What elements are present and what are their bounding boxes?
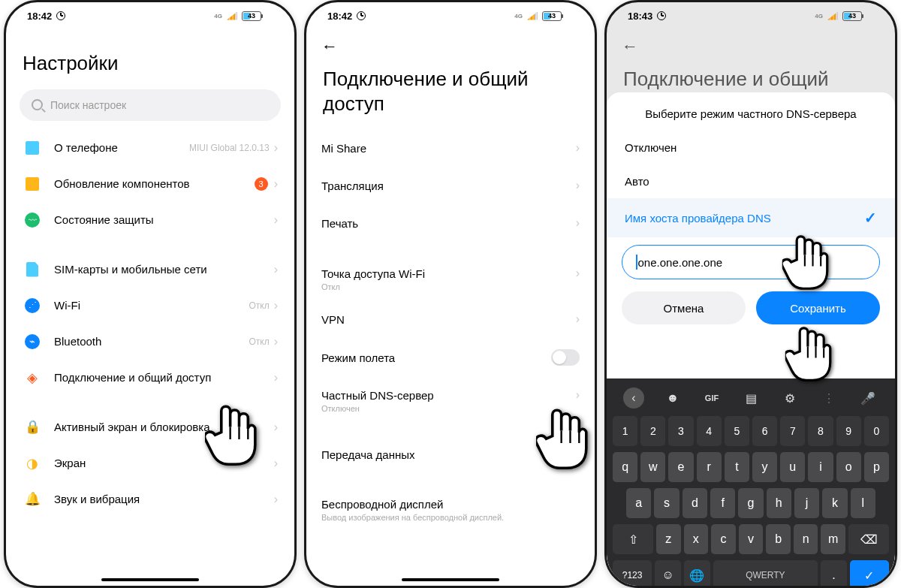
key-k[interactable]: k xyxy=(822,488,847,518)
phone-icon xyxy=(26,141,39,155)
back-button[interactable]: ← xyxy=(306,25,595,56)
key-1[interactable]: 1 xyxy=(613,416,637,446)
key-m[interactable]: m xyxy=(821,524,845,554)
period-key[interactable]: . xyxy=(821,560,847,588)
symbols-key[interactable]: ?123 xyxy=(613,560,652,588)
row-wifi[interactable]: ⋰ Wi-Fi Откл › xyxy=(11,288,290,324)
chevron-right-icon: › xyxy=(274,213,278,227)
sound-icon: 🔔 xyxy=(23,491,42,508)
row-data-usage[interactable]: Передача данных › xyxy=(306,436,595,473)
space-key[interactable]: QWERTY xyxy=(713,560,818,588)
chevron-right-icon: › xyxy=(576,216,580,230)
key-2[interactable]: 2 xyxy=(640,416,665,446)
row-airplane[interactable]: Режим полета xyxy=(306,338,595,377)
key-z[interactable]: z xyxy=(656,524,681,554)
row-sound[interactable]: 🔔 Звук и вибрация › xyxy=(11,481,290,517)
key-7[interactable]: 7 xyxy=(780,416,805,446)
settings-icon[interactable]: ⚙ xyxy=(779,387,800,409)
cancel-button[interactable]: Отмена xyxy=(622,291,746,324)
back-button[interactable]: ← xyxy=(607,25,895,56)
key-u[interactable]: u xyxy=(780,452,805,482)
row-sim[interactable]: SIM-карты и мобильные сети › xyxy=(11,252,290,288)
key-j[interactable]: j xyxy=(794,488,819,518)
network-icon: 4G xyxy=(514,13,523,20)
toggle[interactable] xyxy=(551,349,580,366)
gif-button[interactable]: GIF xyxy=(701,387,722,409)
enter-key[interactable]: ✓ xyxy=(850,560,889,588)
badge: 3 xyxy=(255,177,268,191)
key-5[interactable]: 5 xyxy=(725,416,749,446)
row-bluetooth[interactable]: ⌁ Bluetooth Откл › xyxy=(11,324,290,360)
key-y[interactable]: y xyxy=(752,452,777,482)
row-updates[interactable]: Обновление компонентов 3 › xyxy=(11,166,290,202)
key-v[interactable]: v xyxy=(739,524,764,554)
option-hostname[interactable]: Имя хоста провайдера DNS ✓ xyxy=(607,198,895,237)
key-c[interactable]: c xyxy=(711,524,736,554)
keyboard-toolbar: ‹ ☻ GIF ▤ ⚙ ⋮ 🎤 xyxy=(610,383,892,413)
key-r[interactable]: r xyxy=(697,452,722,482)
lang-key[interactable]: 🌐 xyxy=(684,560,710,588)
key-o[interactable]: o xyxy=(836,452,861,482)
chevron-right-icon: › xyxy=(576,267,580,280)
row-wireless-display[interactable]: Беспроводной дисплей Вывод изображения н… xyxy=(306,487,595,533)
chevron-right-icon: › xyxy=(274,493,278,506)
home-indicator[interactable] xyxy=(101,578,199,581)
key-t[interactable]: t xyxy=(725,452,749,482)
status-bar: 18:43 4G 43 xyxy=(607,2,895,25)
option-auto[interactable]: Авто xyxy=(607,164,895,198)
key-h[interactable]: h xyxy=(767,488,791,518)
row-mishare[interactable]: Mi Share › xyxy=(306,129,595,167)
network-icon: 4G xyxy=(214,13,222,20)
key-6[interactable]: 6 xyxy=(752,416,777,446)
dns-hostname-input[interactable]: one.one.one.one xyxy=(622,245,880,279)
key-g[interactable]: g xyxy=(738,488,763,518)
backspace-key[interactable]: ⌫ xyxy=(848,524,889,554)
key-d[interactable]: d xyxy=(683,488,707,518)
row-cast[interactable]: Трансляция › xyxy=(306,167,595,204)
key-l[interactable]: l xyxy=(851,488,875,518)
battery-pct: 43 xyxy=(848,12,856,20)
collapse-icon[interactable]: ‹ xyxy=(623,387,644,409)
key-p[interactable]: p xyxy=(864,452,889,482)
key-q[interactable]: q xyxy=(613,452,637,482)
key-b[interactable]: b xyxy=(766,524,791,554)
sticker-icon[interactable]: ☻ xyxy=(662,387,683,409)
key-e[interactable]: e xyxy=(668,452,693,482)
row-connection-sharing[interactable]: ◈ Подключение и общий доступ › xyxy=(11,360,290,396)
alarm-icon xyxy=(56,11,65,20)
row-print[interactable]: Печать › xyxy=(306,204,595,242)
clipboard-icon[interactable]: ▤ xyxy=(740,387,761,409)
mic-icon[interactable]: 🎤 xyxy=(857,387,878,409)
key-8[interactable]: 8 xyxy=(808,416,833,446)
row-security[interactable]: 〰 Состояние защиты › xyxy=(11,202,290,238)
row-hotspot[interactable]: Точка доступа Wi-Fi › Откл xyxy=(306,255,595,300)
key-i[interactable]: i xyxy=(808,452,833,482)
keyboard[interactable]: ‹ ☻ GIF ▤ ⚙ ⋮ 🎤 1234567890 qwertyuiop as… xyxy=(607,378,895,586)
shift-key[interactable]: ⇧ xyxy=(613,524,653,554)
sim-icon xyxy=(26,262,38,277)
emoji-key[interactable]: ☺ xyxy=(655,560,681,588)
home-indicator[interactable] xyxy=(402,578,499,581)
key-9[interactable]: 9 xyxy=(836,416,861,446)
key-x[interactable]: x xyxy=(684,524,709,554)
row-vpn[interactable]: VPN › xyxy=(306,300,595,338)
phone-settings: 18:42 4G 43 Настройки Поиск настроек О т… xyxy=(4,0,297,588)
network-icon: 4G xyxy=(815,13,823,20)
signal-icon xyxy=(227,12,237,20)
search-placeholder: Поиск настроек xyxy=(50,99,126,111)
row-aod[interactable]: 🔒 Активный экран и блокировка › xyxy=(11,409,290,445)
row-private-dns[interactable]: Частный DNS-сервер › Отключен xyxy=(306,377,595,422)
key-n[interactable]: n xyxy=(794,524,818,554)
key-f[interactable]: f xyxy=(710,488,735,518)
row-about[interactable]: О телефоне MIUI Global 12.0.13 › xyxy=(11,130,290,166)
key-s[interactable]: s xyxy=(654,488,679,518)
option-off[interactable]: Отключен xyxy=(607,131,895,164)
key-w[interactable]: w xyxy=(640,452,665,482)
key-3[interactable]: 3 xyxy=(668,416,693,446)
search-input[interactable]: Поиск настроек xyxy=(20,89,281,121)
key-0[interactable]: 0 xyxy=(864,416,889,446)
key-a[interactable]: a xyxy=(626,488,651,518)
key-4[interactable]: 4 xyxy=(697,416,722,446)
row-display[interactable]: ◑ Экран › xyxy=(11,445,290,481)
save-button[interactable]: Сохранить xyxy=(756,291,880,324)
